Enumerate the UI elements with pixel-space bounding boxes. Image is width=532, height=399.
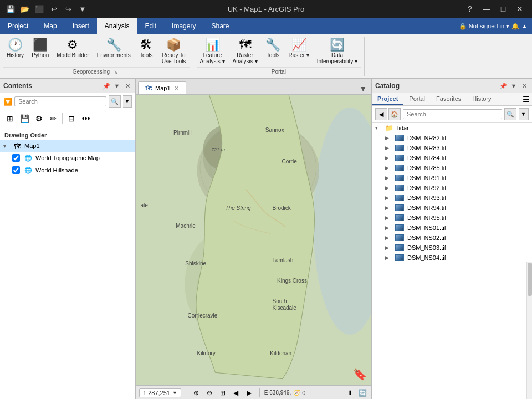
undo-btn[interactable]: ↩: [48, 3, 60, 15]
customise-btn[interactable]: ▼: [76, 3, 89, 15]
tree-item-DSM_NR84-tif[interactable]: ▶ DSM_NR84.tif: [382, 153, 532, 163]
title-bar: 💾 📂 ⬛ ↩ ↪ ▼ UK - Map1 - ArcGIS Pro ? — □…: [0, 0, 532, 18]
tab-project[interactable]: Project: [0, 18, 36, 34]
catalog-pin-btn[interactable]: 📌: [499, 81, 508, 90]
ready-to-use-tools-btn[interactable]: 📦 Ready ToUse Tools: [158, 38, 190, 65]
tree-item-lidar-folder[interactable]: ▾ 📁 lidar: [372, 123, 532, 133]
environments-btn[interactable]: 🔧 Environments: [94, 38, 134, 59]
catalog-close-btn[interactable]: ✕: [520, 81, 529, 90]
python-btn[interactable]: ⬛ Python: [28, 38, 52, 59]
close-btn[interactable]: ✕: [512, 1, 528, 17]
tree-item-DSM_NR94-tif[interactable]: ▶ DSM_NR94.tif: [382, 203, 532, 213]
raster-analysis-btn[interactable]: 🗺 RasterAnalysis ▾: [229, 38, 261, 65]
history-btn[interactable]: 🕐 History: [3, 38, 27, 59]
catalog-tab-project[interactable]: Project: [372, 93, 403, 105]
catalog-home-btn[interactable]: 🏠: [388, 108, 401, 120]
tree-item-DSM_NR92-tif[interactable]: ▶ DSM_NR92.tif: [382, 183, 532, 193]
catalog-search-go-btn[interactable]: 🔍: [504, 108, 516, 120]
more-btn[interactable]: •••: [79, 112, 93, 125]
tree-item-DSM_NR93-tif[interactable]: ▶ DSM_NR93.tif: [382, 193, 532, 203]
map-tab-dropdown-btn[interactable]: ▼: [355, 83, 371, 94]
refresh-btn[interactable]: 🔄: [357, 387, 368, 398]
tree-item-DSM_NR91-tif[interactable]: ▶ DSM_NR91.tif: [382, 173, 532, 183]
contents-menu-btn[interactable]: ▼: [112, 81, 121, 90]
catalog-search-dropdown-btn[interactable]: ▼: [519, 108, 529, 120]
catalog-scrollbar[interactable]: [526, 262, 532, 400]
feature-analysis-btn[interactable]: 📊 FeatureAnalysis ▾: [197, 38, 228, 65]
data-interop-btn[interactable]: 🔄 DataInteroperability ▾: [314, 38, 361, 65]
tab-edit[interactable]: Edit: [137, 18, 164, 34]
catalog-tab-portal[interactable]: Portal: [403, 93, 431, 105]
tree-item-DSM_NS01-tif[interactable]: ▶ DSM_NS01.tif: [382, 223, 532, 233]
settings-btn[interactable]: ⚙: [32, 112, 45, 125]
bookmark-icon[interactable]: 🔖: [353, 367, 367, 381]
pause-btn[interactable]: ⏸: [344, 387, 355, 398]
tools-btn[interactable]: 🛠 Tools: [135, 38, 157, 59]
tree-item-DSM_NR83-tif[interactable]: ▶ DSM_NR83.tif: [382, 143, 532, 153]
tree-item-DSM_NR95-tif[interactable]: ▶ DSM_NR95.tif: [382, 213, 532, 223]
zoom-level-display: 0: [302, 390, 305, 396]
catalog-hamburger-btn[interactable]: ☰: [523, 95, 530, 104]
map-label-lamlash: Lamlash: [273, 257, 294, 263]
catalog-back-btn[interactable]: ◀: [375, 108, 387, 120]
tab-insert[interactable]: Insert: [65, 18, 97, 34]
signin-button[interactable]: 🔒 Not signed in ▾ 🔔 ▲: [454, 23, 532, 30]
layers-list: Drawing Order ▾ 🗺 Map1 🌐 World Topograph…: [0, 127, 135, 399]
map-tab-close-btn[interactable]: ✕: [174, 85, 179, 92]
world-hillshade-checkbox[interactable]: [12, 166, 20, 174]
list-view-btn[interactable]: ⊞: [3, 112, 17, 125]
minimize-btn[interactable]: —: [479, 1, 494, 17]
portal-tools-btn[interactable]: 🔧 Tools: [262, 38, 284, 59]
contents-search-input[interactable]: [14, 96, 106, 106]
tree-item-DSM_NS04-tif[interactable]: ▶ DSM_NS04.tif: [382, 253, 532, 262]
tree-item-DSM_NS02-tif[interactable]: ▶ DSM_NS02.tif: [382, 233, 532, 243]
tab-analysis[interactable]: Analysis: [97, 18, 137, 34]
contents-close-btn[interactable]: ✕: [123, 81, 132, 90]
scrollbar-thumb[interactable]: [528, 263, 532, 296]
open-btn[interactable]: 📂: [19, 3, 31, 15]
layer-map1[interactable]: ▾ 🗺 Map1: [0, 140, 135, 152]
tab-map[interactable]: Map: [36, 18, 64, 34]
world-topo-checkbox[interactable]: [12, 154, 20, 162]
raster-file-icon: [395, 164, 405, 172]
tab-share[interactable]: Share: [203, 18, 237, 34]
raster-analysis-label: RasterAnalysis ▾: [233, 52, 258, 64]
tree-item-DSM_NR82-tif[interactable]: ▶ DSM_NR82.tif: [382, 133, 532, 143]
prev-extent-btn[interactable]: ◀: [231, 387, 242, 398]
new-btn[interactable]: ⬛: [33, 3, 45, 15]
layer-world-topo[interactable]: 🌐 World Topographic Map: [0, 152, 135, 164]
filter-icon: 🔽: [3, 98, 12, 106]
map-tab-map1[interactable]: 🗺 Map1 ✕: [138, 81, 186, 94]
catalog-search-input[interactable]: [403, 109, 502, 119]
remove-btn[interactable]: ⊟: [65, 112, 78, 125]
save-layer-btn[interactable]: 💾: [18, 112, 31, 125]
contents-pin-btn[interactable]: 📌: [102, 81, 111, 90]
zoom-out-btn[interactable]: ⊖: [204, 387, 215, 398]
edit-layer-btn[interactable]: ✏: [47, 112, 60, 125]
contents-search-dropdown-btn[interactable]: ▼: [123, 95, 132, 108]
redo-btn[interactable]: ↪: [62, 3, 74, 15]
raster-file-icon: [395, 134, 405, 142]
catalog-menu-btn[interactable]: ▼: [509, 81, 518, 90]
zoom-in-btn[interactable]: ⊕: [191, 387, 202, 398]
geoprocessing-expand-icon[interactable]: ↘: [111, 69, 120, 75]
map-statusbar: 1:287,251 ▼ ⊕ ⊖ ⊞ ◀ ▶ E 638,949, 🧭 0 ⏸ 🔄: [136, 385, 371, 399]
catalog-tab-favorites[interactable]: Favorites: [431, 93, 467, 105]
catalog-tab-history[interactable]: History: [467, 93, 497, 105]
maximize-btn[interactable]: □: [495, 1, 511, 17]
contents-search-btn[interactable]: 🔍: [109, 95, 121, 108]
help-btn[interactable]: ?: [462, 1, 478, 17]
tree-item-DSM_NR85-tif[interactable]: ▶ DSM_NR85.tif: [382, 163, 532, 173]
raster-btn[interactable]: 📈 Raster ▾: [285, 38, 313, 59]
catalog-tab-bar: Project Portal Favorites History ☰: [372, 93, 532, 106]
save-btn[interactable]: 💾: [4, 3, 17, 15]
tab-imagery[interactable]: Imagery: [164, 18, 203, 34]
next-extent-btn[interactable]: ▶: [244, 387, 255, 398]
full-extent-btn[interactable]: ⊞: [217, 387, 228, 398]
tree-item-DSM_NS03-tif[interactable]: ▶ DSM_NS03.tif: [382, 243, 532, 253]
modelbuilder-btn[interactable]: ⚙ ModelBuilder: [53, 38, 92, 59]
scale-control[interactable]: 1:287,251 ▼: [139, 388, 181, 397]
item-name: DSM_NS02.tif: [407, 234, 529, 241]
layer-world-hillshade[interactable]: 🌐 World Hillshade: [0, 164, 135, 176]
map-canvas[interactable]: Pirnmill Sannox Corrie 721 m ale The Str…: [136, 95, 371, 385]
